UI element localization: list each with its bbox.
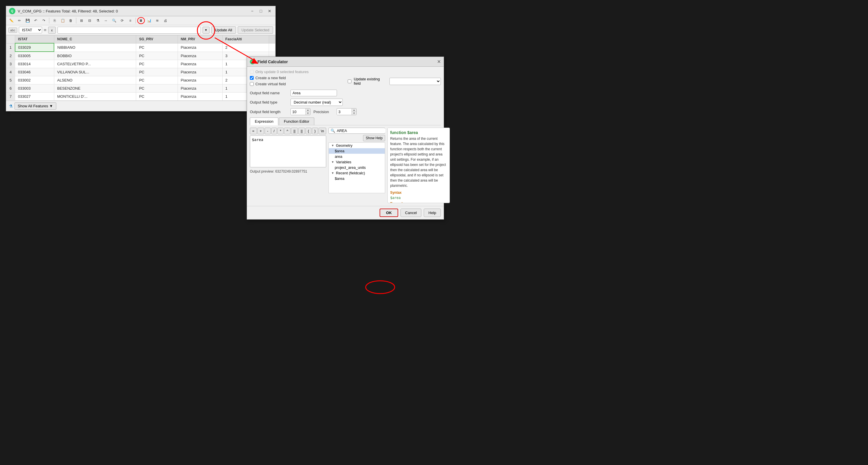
cell-nome-2[interactable]: BOBBIO [54, 52, 136, 60]
cell-sg-7[interactable]: PC [136, 93, 178, 101]
col-header-istat[interactable]: ISTAT [15, 35, 54, 43]
cell-fascia-1[interactable]: 2 [222, 43, 269, 52]
stats-icon[interactable]: ≋ [154, 17, 161, 24]
op-plus[interactable]: + [257, 128, 265, 134]
cell-istat-4[interactable]: 033046 [15, 68, 54, 76]
cell-sg-6[interactable]: PC [136, 85, 178, 93]
print-icon[interactable]: 🖨 [162, 17, 169, 24]
update-existing-select[interactable] [390, 78, 441, 85]
refresh-icon[interactable]: ⟳ [118, 17, 126, 24]
op-open-paren[interactable]: ( [306, 128, 311, 134]
cell-istat-7[interactable]: 033027 [15, 93, 54, 101]
zoom-icon[interactable]: 🔍 [110, 17, 118, 24]
move-icon[interactable]: ↔ [102, 17, 110, 24]
function-editor-tab[interactable]: Function Editor [279, 118, 314, 125]
redo-icon[interactable]: ↷ [40, 17, 48, 24]
maximize-button[interactable]: □ [258, 8, 264, 14]
column-icon[interactable]: ≡ [127, 17, 134, 24]
ok-button[interactable]: OK [380, 208, 398, 217]
pencil-icon[interactable]: ✏ [16, 17, 23, 24]
expr-dropdown[interactable]: ▼ [203, 27, 210, 34]
cell-istat-1[interactable]: 033029 [15, 43, 54, 52]
update-all-button[interactable]: Update All [211, 26, 236, 34]
col-header-nome[interactable]: NOME_C [54, 35, 136, 43]
cell-nm-6[interactable]: Piacenza [178, 85, 222, 93]
cell-nome-7[interactable]: MONTICELLI D'... [54, 93, 136, 101]
field-calculator-icon[interactable]: 🖩 [137, 17, 145, 24]
cell-nome-4[interactable]: VILLANOVA SUL... [54, 68, 136, 76]
precision-input[interactable] [337, 109, 351, 115]
undo-icon[interactable]: ↶ [32, 17, 39, 24]
expression-tab[interactable]: Expression [250, 118, 278, 125]
expression-input[interactable] [58, 27, 201, 34]
cell-nm-1[interactable]: Piacenza [178, 43, 222, 52]
show-all-features-button[interactable]: Show All Features ▼ [14, 102, 56, 110]
precision-spinbox-down[interactable]: ▼ [352, 112, 356, 115]
tree-geometry-group[interactable]: ▼ Geometry [329, 143, 385, 148]
save-icon[interactable]: 💾 [24, 17, 31, 24]
spinbox-up[interactable]: ▲ [306, 108, 310, 112]
show-help-button[interactable]: Show Help [363, 135, 385, 141]
cell-nm-3[interactable]: Piacenza [178, 60, 222, 68]
spinbox-down[interactable]: ▼ [306, 112, 310, 115]
tree-recent-group[interactable]: ▼ Recent (fieldcalc) [329, 170, 385, 176]
precision-spinbox-up[interactable]: ▲ [352, 108, 356, 112]
cell-sg-5[interactable]: PC [136, 76, 178, 85]
cancel-button[interactable]: Cancel [401, 208, 422, 217]
search-input[interactable] [337, 129, 385, 133]
update-selected-button[interactable]: Update Selected [238, 26, 273, 34]
delete-icon[interactable]: 🗑 [67, 17, 74, 24]
output-field-length-input[interactable] [291, 109, 305, 115]
expression-textarea[interactable]: $area [250, 135, 326, 167]
col-header-nm[interactable]: NM_PRV [178, 35, 222, 43]
tree-item-area[interactable]: area [329, 154, 385, 159]
select-all-icon[interactable]: ⊞ [78, 17, 85, 24]
cell-nome-3[interactable]: CASTELVETRO P... [54, 60, 136, 68]
op-pause[interactable]: || [298, 128, 305, 134]
update-existing-checkbox[interactable] [348, 79, 351, 83]
output-field-type-select[interactable]: Decimal number (real) [290, 99, 343, 106]
op-newline[interactable]: \n [319, 128, 327, 134]
field-calc-close-button[interactable]: ✕ [437, 59, 441, 64]
col-header-sg[interactable]: SG_PRV [136, 35, 178, 43]
filter-icon[interactable]: ⚗ [94, 17, 101, 24]
tree-variables-group[interactable]: ▼ Variables [329, 159, 385, 165]
op-divide[interactable]: / [271, 128, 277, 134]
op-concat[interactable]: || [291, 128, 298, 134]
deselect-icon[interactable]: ⊟ [86, 17, 93, 24]
op-power[interactable]: ^ [284, 128, 290, 134]
op-minus[interactable]: - [265, 128, 271, 134]
cell-nm-4[interactable]: Piacenza [178, 68, 222, 76]
cell-nm-7[interactable]: Piacenza [178, 93, 222, 101]
cell-sg-1[interactable]: PC [136, 43, 178, 52]
paste-icon[interactable]: 📋 [59, 17, 66, 24]
copy-icon[interactable]: ⎘ [51, 17, 58, 24]
cell-nome-5[interactable]: ALSENO [54, 76, 136, 85]
tree-item-area-dollar[interactable]: $area [329, 148, 385, 154]
op-close-paren[interactable]: ) [312, 128, 318, 134]
minimize-button[interactable]: − [249, 8, 255, 14]
cell-nm-2[interactable]: Piacenza [178, 52, 222, 60]
output-field-name-input[interactable] [290, 90, 337, 96]
create-new-field-checkbox[interactable] [250, 76, 254, 80]
conditional-icon[interactable]: 📊 [145, 17, 153, 24]
cell-nm-5[interactable]: Piacenza [178, 76, 222, 85]
edit-icon[interactable]: ✏️ [7, 17, 15, 24]
cell-sg-4[interactable]: PC [136, 68, 178, 76]
cell-nome-6[interactable]: BESENZONE [54, 85, 136, 93]
field-name-select[interactable]: ISTAT [19, 27, 42, 33]
cell-istat-5[interactable]: 033002 [15, 76, 54, 85]
cell-sg-2[interactable]: PC [136, 52, 178, 60]
op-equals[interactable]: = [250, 128, 257, 134]
tree-item-project-area[interactable]: project_area_units [329, 165, 385, 170]
expression-button[interactable]: ε [48, 27, 56, 34]
col-header-fascia[interactable]: FasciaAlti [222, 35, 269, 43]
cell-istat-6[interactable]: 033003 [15, 85, 54, 93]
close-button[interactable]: ✕ [267, 8, 273, 14]
help-button[interactable]: Help [424, 208, 441, 217]
create-virtual-checkbox[interactable] [250, 82, 254, 86]
cell-sg-3[interactable]: PC [136, 60, 178, 68]
cell-istat-3[interactable]: 033014 [15, 60, 54, 68]
tree-item-recent-area[interactable]: $area [329, 176, 385, 181]
cell-istat-2[interactable]: 033005 [15, 52, 54, 60]
